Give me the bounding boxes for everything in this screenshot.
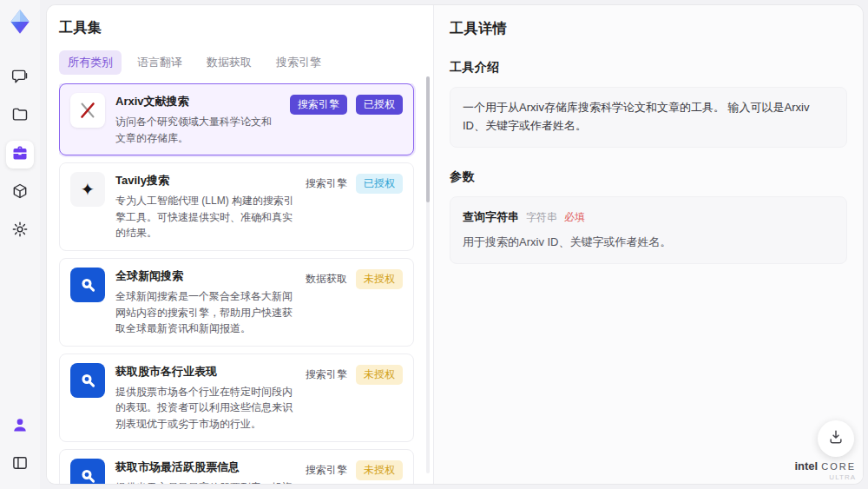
intel-core-logo: intel core Ultra xyxy=(794,460,856,482)
param-name: 查询字符串 xyxy=(463,208,519,227)
intel-brand-text: intel xyxy=(794,460,818,472)
tool-card-tavily[interactable]: ✦ Tavily搜索 专为人工智能代理 (LLM) 构建的搜索引擎工具。可快速提… xyxy=(59,162,414,251)
download-icon xyxy=(827,428,845,449)
detail-title: 工具详情 xyxy=(450,20,847,38)
list-scrollbar-track xyxy=(426,76,430,473)
category-label: 搜索引擎 xyxy=(306,174,347,191)
list-scrollbar-thumb[interactable] xyxy=(426,76,430,202)
tool-card-sector-performance[interactable]: 获取股市各行业表现 提供股票市场各个行业在特定时间段内的表现。投资者可以利用这些… xyxy=(59,354,414,442)
sidebar-nav xyxy=(6,64,34,245)
tool-description: 提供股票市场各个行业在特定时间段内的表现。投资者可以利用这些信息来识别表现优于或… xyxy=(115,384,295,433)
param-description: 用于搜索的Arxiv ID、关键字或作者姓名。 xyxy=(463,234,834,252)
tool-card-active-stocks[interactable]: 获取市场最活跃股票信息 提供当天交易量最高的股票列表，投资者可以利用这些信息来识… xyxy=(59,449,414,484)
tool-description: 全球新闻搜索是一个聚合全球各大新闻网站内容的搜索引擎，帮助用户快速获取全球最新资… xyxy=(115,288,295,337)
tool-title: 获取股市各行业表现 xyxy=(115,364,295,380)
download-button[interactable] xyxy=(818,420,854,457)
tool-intro-box: 一个用于从Arxiv存储库搜索科学论文和文章的工具。 输入可以是Arxiv ID… xyxy=(450,87,847,148)
gear-icon xyxy=(11,221,29,241)
tool-title: 全球新闻搜索 xyxy=(115,268,295,284)
sidebar-item-toolbox[interactable] xyxy=(6,141,34,169)
ultra-brand-text: Ultra xyxy=(794,474,856,482)
category-label: 搜索引擎 xyxy=(306,365,347,382)
sidebar-item-panel-toggle[interactable] xyxy=(6,451,34,479)
page-title: 工具集 xyxy=(59,19,421,37)
auth-status-badge: 未授权 xyxy=(356,460,403,480)
tool-title: 获取市场最活跃股票信息 xyxy=(115,459,295,475)
tab-data-fetching[interactable]: 数据获取 xyxy=(198,50,260,75)
category-badge: 搜索引擎 xyxy=(290,95,347,115)
package-icon xyxy=(11,182,29,203)
param-type: 字符串 xyxy=(526,209,557,226)
sidebar-item-account[interactable] xyxy=(6,413,34,440)
tool-detail-panel: 工具详情 工具介绍 一个用于从Arxiv存储库搜索科学论文和文章的工具。 输入可… xyxy=(434,5,863,484)
tab-search-engine[interactable]: 搜索引擎 xyxy=(267,50,330,75)
auth-status-badge: 已授权 xyxy=(356,174,403,194)
arxiv-logo-icon xyxy=(70,93,105,128)
auth-status-badge: 未授权 xyxy=(356,365,403,385)
tool-title: Arxiv文献搜索 xyxy=(115,94,279,109)
sidebar-bottom xyxy=(6,413,34,479)
tool-description: 提供当天交易量最高的股票列表，投资者可以利用这些信息来识别流动性强的股票和潜在的… xyxy=(115,479,295,484)
panel-toggle-icon xyxy=(11,454,29,475)
tool-card-global-news[interactable]: 全球新闻搜索 全球新闻搜索是一个聚合全球各大新闻网站内容的搜索引擎，帮助用户快速… xyxy=(59,258,414,347)
params-section-title: 参数 xyxy=(450,169,847,185)
tab-language-translation[interactable]: 语言翻译 xyxy=(128,50,191,75)
chat-icon xyxy=(11,68,29,89)
sidebar-item-chat[interactable] xyxy=(6,64,34,92)
tool-description: 访问各个研究领域大量科学论文和文章的存储库。 xyxy=(115,114,279,146)
sparkle-icon: ✦ xyxy=(70,172,105,207)
user-icon xyxy=(11,416,29,437)
tool-title: Tavily搜索 xyxy=(115,173,295,188)
tool-description: 专为人工智能代理 (LLM) 构建的搜索引擎工具。可快速提供实时、准确和真实的结… xyxy=(115,193,295,241)
app-logo xyxy=(7,9,33,35)
auth-status-badge: 已授权 xyxy=(356,95,403,115)
sidebar-item-models[interactable] xyxy=(6,179,34,207)
intro-section-title: 工具介绍 xyxy=(450,60,847,76)
tool-list: Arxiv文献搜索 访问各个研究领域大量科学论文和文章的存储库。 搜索引擎 已授… xyxy=(59,83,421,484)
search-icon xyxy=(70,459,105,484)
folder-icon xyxy=(11,106,29,127)
sidebar xyxy=(0,0,40,489)
tab-all-categories[interactable]: 所有类别 xyxy=(59,50,122,75)
category-tabs: 所有类别 语言翻译 数据获取 搜索引擎 xyxy=(59,50,421,75)
sidebar-item-settings[interactable] xyxy=(6,217,34,245)
param-required-flag: 必填 xyxy=(564,209,585,226)
core-brand-text: core xyxy=(821,461,856,472)
search-icon xyxy=(70,363,105,398)
param-box: 查询字符串 字符串 必填 用于搜索的Arxiv ID、关键字或作者姓名。 xyxy=(450,196,847,265)
tool-list-panel: 工具集 所有类别 语言翻译 数据获取 搜索引擎 Arxiv文献搜索 访问各个研究… xyxy=(47,5,434,484)
category-label: 数据获取 xyxy=(306,269,347,287)
category-label: 搜索引擎 xyxy=(306,460,347,478)
search-icon xyxy=(70,268,105,302)
tool-card-arxiv[interactable]: Arxiv文献搜索 访问各个研究领域大量科学论文和文章的存储库。 搜索引擎 已授… xyxy=(59,83,414,155)
sidebar-item-files[interactable] xyxy=(6,102,34,130)
toolbox-icon xyxy=(11,144,29,165)
auth-status-badge: 未授权 xyxy=(356,269,403,289)
main-content: 工具集 所有类别 语言翻译 数据获取 搜索引擎 Arxiv文献搜索 访问各个研究… xyxy=(47,5,863,484)
